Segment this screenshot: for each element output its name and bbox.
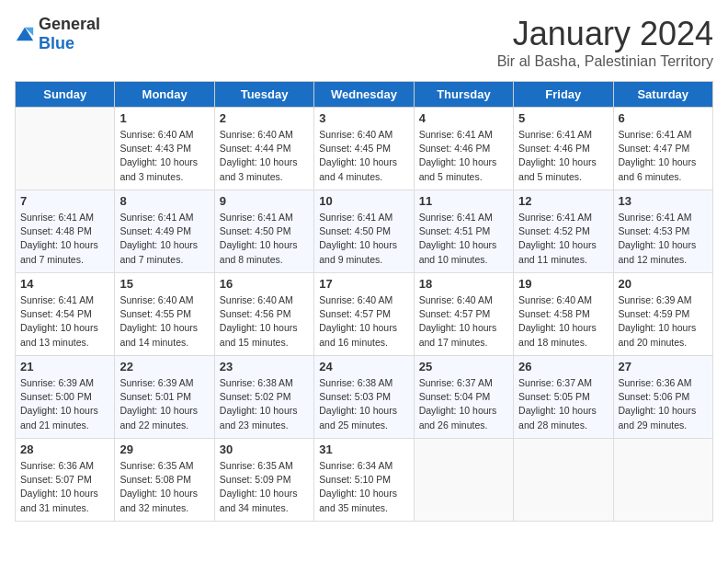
cell-info: Sunrise: 6:39 AMSunset: 5:00 PMDaylight:…	[20, 376, 109, 432]
day-number: 23	[220, 360, 309, 373]
day-number: 13	[619, 194, 708, 208]
day-header-friday: Friday	[514, 82, 613, 108]
calendar-table: SundayMondayTuesdayWednesdayThursdayFrid…	[15, 81, 713, 522]
calendar-cell	[613, 439, 712, 522]
calendar-cell: 20Sunrise: 6:39 AMSunset: 4:59 PMDayligh…	[613, 273, 712, 356]
cell-info: Sunrise: 6:41 AMSunset: 4:53 PMDaylight:…	[619, 211, 708, 267]
cell-info: Sunrise: 6:41 AMSunset: 4:50 PMDaylight:…	[220, 211, 309, 267]
cell-info: Sunrise: 6:40 AMSunset: 4:58 PMDaylight:…	[518, 293, 608, 350]
calendar-cell: 12Sunrise: 6:41 AMSunset: 4:52 PMDayligh…	[514, 190, 613, 273]
calendar-cell: 29Sunrise: 6:35 AMSunset: 5:08 PMDayligh…	[115, 439, 214, 522]
logo: General Blue	[15, 15, 100, 53]
page-header: General Blue January 2024 Bir al Basha, …	[15, 15, 713, 70]
day-number: 3	[319, 111, 408, 125]
day-number: 22	[119, 360, 209, 373]
day-header-saturday: Saturday	[613, 82, 712, 108]
calendar-cell: 22Sunrise: 6:39 AMSunset: 5:01 PMDayligh…	[115, 356, 214, 439]
cell-info: Sunrise: 6:40 AMSunset: 4:45 PMDaylight:…	[319, 128, 408, 184]
calendar-cell: 15Sunrise: 6:40 AMSunset: 4:55 PMDayligh…	[115, 273, 214, 356]
logo-text: General Blue	[39, 15, 100, 53]
calendar-cell: 2Sunrise: 6:40 AMSunset: 4:44 PMDaylight…	[214, 108, 313, 190]
day-number: 9	[220, 194, 309, 208]
day-number: 20	[619, 277, 708, 291]
day-header-wednesday: Wednesday	[314, 82, 414, 108]
calendar-title: January 2024	[497, 15, 713, 53]
cell-info: Sunrise: 6:36 AMSunset: 5:07 PMDaylight:…	[20, 459, 109, 515]
cell-info: Sunrise: 6:35 AMSunset: 5:08 PMDaylight:…	[119, 459, 209, 515]
calendar-cell: 24Sunrise: 6:38 AMSunset: 5:03 PMDayligh…	[314, 356, 414, 439]
cell-info: Sunrise: 6:41 AMSunset: 4:47 PMDaylight:…	[619, 128, 708, 184]
calendar-cell: 5Sunrise: 6:41 AMSunset: 4:46 PMDaylight…	[514, 108, 613, 190]
week-row-2: 7Sunrise: 6:41 AMSunset: 4:48 PMDaylight…	[16, 190, 713, 273]
calendar-cell: 27Sunrise: 6:36 AMSunset: 5:06 PMDayligh…	[613, 356, 712, 439]
day-number: 25	[419, 360, 508, 373]
day-number: 6	[619, 111, 708, 125]
logo-general: General	[39, 15, 100, 33]
day-number: 27	[619, 360, 708, 373]
day-number: 18	[419, 277, 508, 291]
calendar-cell: 21Sunrise: 6:39 AMSunset: 5:00 PMDayligh…	[16, 356, 115, 439]
cell-info: Sunrise: 6:41 AMSunset: 4:52 PMDaylight:…	[518, 211, 608, 267]
calendar-cell: 26Sunrise: 6:37 AMSunset: 5:05 PMDayligh…	[514, 356, 613, 439]
calendar-cell: 10Sunrise: 6:41 AMSunset: 4:50 PMDayligh…	[314, 190, 414, 273]
day-number: 11	[419, 194, 508, 208]
cell-info: Sunrise: 6:35 AMSunset: 5:09 PMDaylight:…	[220, 459, 309, 515]
week-row-5: 28Sunrise: 6:36 AMSunset: 5:07 PMDayligh…	[16, 439, 713, 522]
cell-info: Sunrise: 6:40 AMSunset: 4:57 PMDaylight:…	[319, 293, 408, 350]
day-header-thursday: Thursday	[414, 82, 513, 108]
day-number: 24	[319, 360, 408, 373]
calendar-cell: 9Sunrise: 6:41 AMSunset: 4:50 PMDaylight…	[214, 190, 313, 273]
calendar-cell: 1Sunrise: 6:40 AMSunset: 4:43 PMDaylight…	[115, 108, 214, 190]
cell-info: Sunrise: 6:40 AMSunset: 4:43 PMDaylight:…	[119, 128, 209, 184]
day-number: 7	[20, 194, 109, 208]
day-number: 8	[119, 194, 209, 208]
day-number: 14	[20, 277, 109, 291]
calendar-cell: 3Sunrise: 6:40 AMSunset: 4:45 PMDaylight…	[314, 108, 414, 190]
day-number: 28	[20, 442, 109, 456]
cell-info: Sunrise: 6:41 AMSunset: 4:51 PMDaylight:…	[419, 211, 508, 267]
calendar-cell: 30Sunrise: 6:35 AMSunset: 5:09 PMDayligh…	[214, 439, 313, 522]
calendar-cell: 19Sunrise: 6:40 AMSunset: 4:58 PMDayligh…	[514, 273, 613, 356]
calendar-cell: 7Sunrise: 6:41 AMSunset: 4:48 PMDaylight…	[16, 190, 115, 273]
calendar-cell	[414, 439, 513, 522]
week-row-4: 21Sunrise: 6:39 AMSunset: 5:00 PMDayligh…	[16, 356, 713, 439]
cell-info: Sunrise: 6:40 AMSunset: 4:55 PMDaylight:…	[119, 293, 209, 350]
day-number: 16	[220, 277, 309, 291]
day-number: 15	[119, 277, 209, 291]
cell-info: Sunrise: 6:39 AMSunset: 4:59 PMDaylight:…	[619, 293, 708, 350]
calendar-location: Bir al Basha, Palestinian Territory	[497, 53, 713, 70]
day-number: 1	[119, 111, 209, 125]
calendar-cell: 28Sunrise: 6:36 AMSunset: 5:07 PMDayligh…	[16, 439, 115, 522]
day-number: 31	[319, 442, 408, 456]
day-number: 4	[419, 111, 508, 125]
week-row-3: 14Sunrise: 6:41 AMSunset: 4:54 PMDayligh…	[16, 273, 713, 356]
calendar-cell: 13Sunrise: 6:41 AMSunset: 4:53 PMDayligh…	[613, 190, 712, 273]
cell-info: Sunrise: 6:41 AMSunset: 4:50 PMDaylight:…	[319, 211, 408, 267]
day-number: 5	[518, 111, 608, 125]
day-header-monday: Monday	[115, 82, 214, 108]
day-number: 2	[220, 111, 309, 125]
day-number: 21	[20, 360, 109, 373]
cell-info: Sunrise: 6:40 AMSunset: 4:56 PMDaylight:…	[220, 293, 309, 350]
calendar-cell	[514, 439, 613, 522]
calendar-cell: 14Sunrise: 6:41 AMSunset: 4:54 PMDayligh…	[16, 273, 115, 356]
calendar-cell: 18Sunrise: 6:40 AMSunset: 4:57 PMDayligh…	[414, 273, 513, 356]
cell-info: Sunrise: 6:34 AMSunset: 5:10 PMDaylight:…	[319, 459, 408, 515]
day-number: 12	[518, 194, 608, 208]
cell-info: Sunrise: 6:38 AMSunset: 5:02 PMDaylight:…	[220, 376, 309, 432]
calendar-cell: 4Sunrise: 6:41 AMSunset: 4:46 PMDaylight…	[414, 108, 513, 190]
calendar-cell: 11Sunrise: 6:41 AMSunset: 4:51 PMDayligh…	[414, 190, 513, 273]
day-header-tuesday: Tuesday	[214, 82, 313, 108]
cell-info: Sunrise: 6:41 AMSunset: 4:46 PMDaylight:…	[419, 128, 508, 184]
cell-info: Sunrise: 6:41 AMSunset: 4:49 PMDaylight:…	[119, 211, 209, 267]
day-number: 26	[518, 360, 608, 373]
cell-info: Sunrise: 6:40 AMSunset: 4:57 PMDaylight:…	[419, 293, 508, 350]
calendar-cell: 17Sunrise: 6:40 AMSunset: 4:57 PMDayligh…	[314, 273, 414, 356]
calendar-cell: 16Sunrise: 6:40 AMSunset: 4:56 PMDayligh…	[214, 273, 313, 356]
days-header-row: SundayMondayTuesdayWednesdayThursdayFrid…	[16, 82, 713, 108]
day-number: 10	[319, 194, 408, 208]
cell-info: Sunrise: 6:41 AMSunset: 4:48 PMDaylight:…	[20, 211, 109, 267]
cell-info: Sunrise: 6:40 AMSunset: 4:44 PMDaylight:…	[220, 128, 309, 184]
cell-info: Sunrise: 6:37 AMSunset: 5:05 PMDaylight:…	[518, 376, 608, 432]
calendar-cell: 6Sunrise: 6:41 AMSunset: 4:47 PMDaylight…	[613, 108, 712, 190]
